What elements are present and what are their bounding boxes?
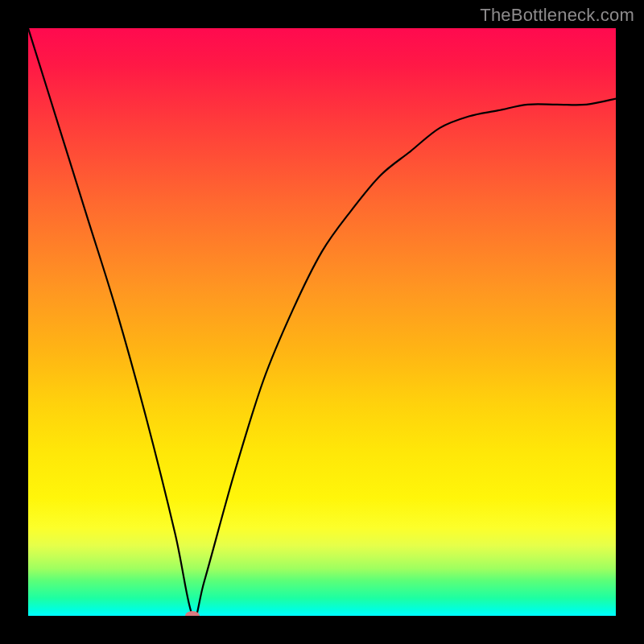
watermark-text: TheBottleneck.com bbox=[480, 5, 634, 26]
minimum-marker bbox=[185, 611, 200, 616]
chart-frame: TheBottleneck.com bbox=[0, 0, 644, 644]
curve-path bbox=[28, 28, 616, 616]
bottleneck-curve bbox=[28, 28, 616, 616]
plot-area bbox=[28, 28, 616, 616]
